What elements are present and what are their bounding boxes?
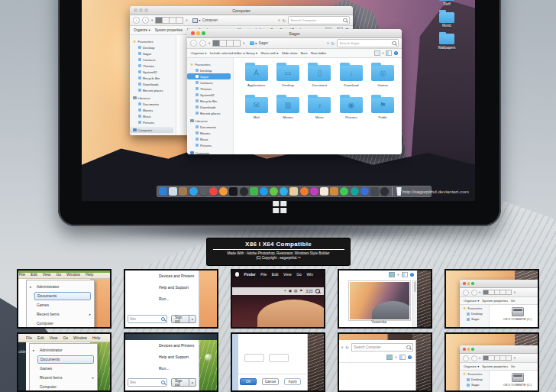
preview-pane-icon[interactable] <box>386 50 392 56</box>
forward-button[interactable]: › <box>199 40 206 47</box>
dock-icon-quicktime[interactable] <box>240 187 248 196</box>
refresh-icon[interactable]: ↻ <box>345 345 349 350</box>
zoom-button[interactable] <box>471 282 474 285</box>
dock-icon-photos-beach[interactable] <box>289 187 298 196</box>
field-box[interactable] <box>269 354 289 362</box>
chevron-right-icon[interactable]: ▸ <box>189 379 196 386</box>
menu-item-administrator[interactable]: ▸Administrator <box>27 282 94 291</box>
status-icon-3[interactable]: ⚑ <box>299 290 302 293</box>
chevron-down-icon[interactable]: ▾ <box>514 290 516 294</box>
sidebar-item-movies[interactable]: Movies <box>130 107 176 113</box>
menubar-item-finder[interactable]: Finder <box>244 272 256 277</box>
search-input[interactable]: files <box>128 378 167 387</box>
toolbar-item-organize[interactable]: Organize ▾ <box>464 364 479 368</box>
toolbar-item-system-properties[interactable]: System properties <box>482 299 508 303</box>
chevron-down-icon[interactable]: ▾ <box>395 355 396 359</box>
menu-item-documents[interactable]: Documents <box>27 291 94 300</box>
dock-icon-safari[interactable] <box>189 187 198 196</box>
titlebar[interactable]: Computer <box>130 6 353 15</box>
thumb-menubar-dark[interactable]: FinderFileEditViewGoWin +▣▤⚑ 3:23 <box>231 269 325 329</box>
dock-icon-app-store[interactable] <box>260 187 268 196</box>
folder-mail[interactable]: ✉Mail <box>241 97 272 119</box>
dock-icon-ibooks[interactable] <box>219 187 228 196</box>
toolbar-item-burn[interactable]: Burn <box>301 51 308 55</box>
view-switcher[interactable] <box>483 355 512 361</box>
sidebar-item-desktop[interactable]: Desktop <box>460 377 489 382</box>
sidebar-item-pictures[interactable]: Pictures <box>130 119 176 125</box>
search-input[interactable]: Search Computer <box>351 343 413 352</box>
desktop-folder-music[interactable]: Music <box>439 12 454 28</box>
close-button[interactable] <box>463 348 466 351</box>
dock-icon-rocket[interactable] <box>199 187 208 196</box>
sidebar-item-movies[interactable]: Movies <box>187 130 233 136</box>
menubar-item-go[interactable]: Go <box>63 335 68 340</box>
trash-icon[interactable] <box>396 187 402 196</box>
minimize-button[interactable] <box>196 31 200 35</box>
sidebar-item-desktop[interactable]: Desktop <box>130 44 176 50</box>
menu-item-documents[interactable]: Documents <box>30 355 97 364</box>
sidebar-section-favourites[interactable]: ★Favourites <box>130 38 176 44</box>
refresh-icon[interactable]: ↻ <box>331 41 335 46</box>
scrollbar[interactable] <box>412 280 417 327</box>
menubar-item-edit[interactable]: Edit <box>272 272 279 277</box>
thumb-explorer-window-2[interactable]: ‹ › ▾ ▾ Organize ▾System propertiesUn ★F… <box>444 332 539 392</box>
chevron-down-icon[interactable]: ▾ <box>397 273 399 277</box>
dock-icon-firefox[interactable] <box>300 187 309 196</box>
sidebar-item-sagor[interactable]: Sagor <box>187 73 231 79</box>
toolbar-item-organize[interactable]: Organize ▾ <box>191 51 206 55</box>
thumb-start-menu-grass[interactable]: uilder FileEditViewGoWindowHelp ▸Adminis… <box>17 332 112 392</box>
picture-icon[interactable] <box>389 272 395 277</box>
folder-applications[interactable]: AApplications <box>241 65 272 87</box>
back-button[interactable]: ‹ <box>190 40 197 47</box>
field-box[interactable] <box>244 354 264 362</box>
hard-drive-icon[interactable] <box>512 373 524 382</box>
window-controls[interactable] <box>191 31 205 35</box>
dock-icon-preview[interactable] <box>169 187 177 196</box>
minimize-button[interactable] <box>467 348 470 351</box>
dock-icon-notes[interactable] <box>320 187 328 196</box>
menubar-item-view[interactable]: View <box>43 272 51 277</box>
picture-icon[interactable] <box>386 355 393 360</box>
breadcrumb-label[interactable]: Sagor <box>259 41 268 45</box>
status-icon-0[interactable]: + <box>284 290 286 293</box>
apple-icon[interactable] <box>235 272 239 277</box>
menu-item-computer[interactable]: Computer <box>30 382 97 391</box>
dock-icon-facetime[interactable] <box>340 187 348 196</box>
menubar-item-help[interactable]: Help <box>92 335 100 340</box>
start-menu-item-help-and-support[interactable]: Help and Support <box>159 285 194 290</box>
refresh-icon[interactable]: ↻ <box>282 18 286 23</box>
forward-button[interactable]: › <box>471 290 477 296</box>
wallpaper-thumbnail[interactable] <box>348 280 411 321</box>
breadcrumb[interactable]: ▸ Sagor <box>250 41 269 45</box>
menubar-item-file[interactable]: File <box>260 272 267 277</box>
chevron-down-icon[interactable]: ▾ <box>208 41 210 45</box>
dock-icon-podcasts[interactable] <box>351 187 359 196</box>
hard-drive-icon[interactable] <box>512 307 524 316</box>
menu-item-computer[interactable]: Computer <box>27 319 94 328</box>
zoom-button[interactable] <box>202 31 205 35</box>
sidebar-item-favourites[interactable]: ★Favourites <box>460 371 489 377</box>
sidebar-item-downloads[interactable]: Downloads <box>187 104 233 110</box>
menu-item-games[interactable]: Games <box>27 300 94 309</box>
sidebar-item-favourites[interactable]: ★Favourites <box>460 306 489 311</box>
minimize-button[interactable] <box>467 282 470 285</box>
chevron-down-icon[interactable]: ▾ <box>479 290 480 294</box>
close-button[interactable] <box>134 8 137 12</box>
sidebar-item-recent-places[interactable]: Recent places <box>187 110 233 116</box>
menu-item-games[interactable]: Games <box>30 364 97 373</box>
sidebar-item-sagor[interactable]: Sagor <box>460 316 489 322</box>
preview-pane-icon[interactable] <box>399 355 406 360</box>
dialog-button-cancel[interactable]: Cancel <box>262 378 279 385</box>
menu-item-recent-items[interactable]: Recent Items▸ <box>30 373 97 382</box>
sidebar-section-favourites[interactable]: ★Favourites <box>187 61 233 67</box>
chevron-down-icon[interactable]: ▾ <box>479 356 480 360</box>
preview-pane-icon[interactable] <box>402 272 408 277</box>
start-menu-item-run[interactable]: Run... <box>159 296 194 301</box>
menubar-item-view[interactable]: View <box>50 335 58 340</box>
thumb-start-menu-items-grass[interactable]: Devices and PrintersHelp and SupportRun.… <box>124 332 218 392</box>
sidebar-section-computer[interactable]: Computer <box>187 150 233 154</box>
thumb-start-menu-items[interactable]: Devices and PrintersHelp and SupportRun.… <box>124 269 218 329</box>
sidebar-section-network[interactable]: Network <box>130 134 176 135</box>
menubar-item-file[interactable]: File <box>26 335 32 340</box>
sidebar-item-desktop[interactable]: Desktop <box>460 311 489 316</box>
